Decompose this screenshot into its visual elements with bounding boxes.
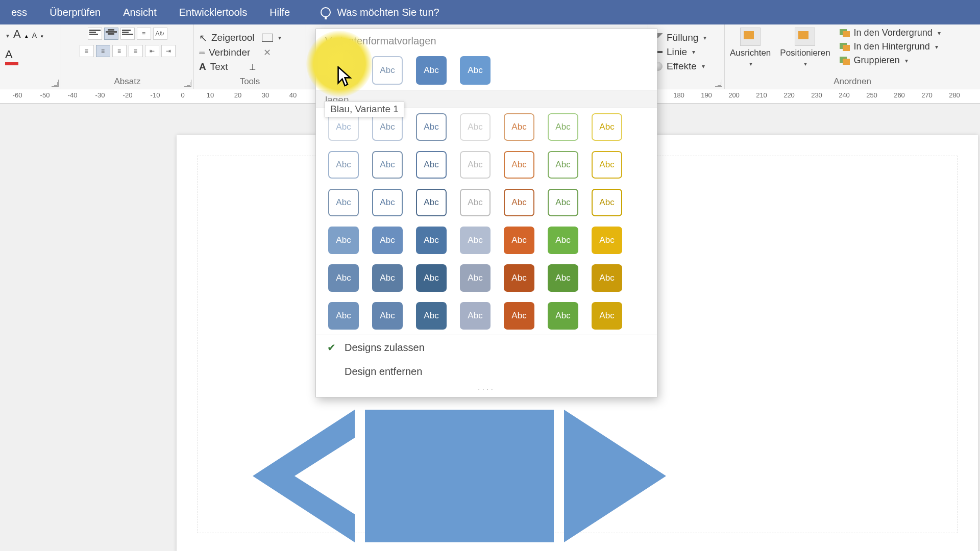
style-swatch[interactable] xyxy=(328,56,359,85)
style-swatch[interactable]: Abc xyxy=(328,302,359,330)
align-center-button[interactable]: ≡ xyxy=(96,45,110,57)
style-swatch[interactable]: Abc xyxy=(416,189,447,216)
dialog-launcher-icon[interactable] xyxy=(184,80,191,87)
canvas-shapes[interactable] xyxy=(253,410,666,542)
resize-grip-icon[interactable]: ···· xyxy=(316,384,657,397)
style-swatch[interactable]: Abc xyxy=(592,189,622,216)
tell-me-search[interactable]: Was möchten Sie tun? xyxy=(321,7,439,18)
bring-front-button[interactable]: In den Vordergrund▾ xyxy=(840,28,941,38)
style-swatch[interactable]: Abc xyxy=(548,302,578,330)
style-swatch[interactable]: Abc xyxy=(504,113,534,141)
style-swatch[interactable]: Abc xyxy=(592,113,622,141)
menu-item[interactable]: ess xyxy=(0,0,38,24)
style-swatch[interactable]: Abc xyxy=(460,56,491,85)
style-swatch[interactable]: Abc xyxy=(328,151,359,179)
style-swatch[interactable]: Abc xyxy=(372,227,403,254)
style-swatch[interactable]: Abc xyxy=(328,264,359,292)
style-swatch[interactable]: Abc xyxy=(372,189,403,216)
ruler-tick-label: 220 xyxy=(783,91,795,99)
align-right-button[interactable]: ≡ xyxy=(112,45,127,57)
style-swatch[interactable]: Abc xyxy=(548,264,578,292)
align-middle-button[interactable] xyxy=(104,28,118,40)
align-left-button[interactable]: ≡ xyxy=(80,45,94,57)
style-swatch[interactable]: Abc xyxy=(416,227,447,254)
style-swatch[interactable]: Abc xyxy=(460,227,491,254)
align-top-button[interactable] xyxy=(88,28,102,40)
group-label-paragraph: Absatz xyxy=(66,77,188,88)
style-swatch[interactable]: Abc xyxy=(548,151,578,179)
dialog-launcher-icon[interactable] xyxy=(52,80,59,87)
menu-item[interactable]: Entwicklertools xyxy=(168,0,258,24)
shape-effects-button[interactable]: Effekte▾ xyxy=(653,61,706,72)
allow-designs-menuitem[interactable]: ✔ Designs zulassen xyxy=(316,335,657,360)
increase-indent-button[interactable]: ⇥ xyxy=(161,45,176,57)
pointer-tool-button[interactable]: ↖ Zeigertool ▾ xyxy=(199,32,281,44)
style-swatch[interactable]: Abc xyxy=(460,151,491,179)
style-swatch[interactable]: Abc xyxy=(504,302,534,330)
increase-font-icon[interactable]: A xyxy=(13,28,21,41)
arrow-left-shape[interactable] xyxy=(253,410,355,542)
menu-item[interactable]: Ansicht xyxy=(112,0,168,24)
style-swatch[interactable]: Abc xyxy=(328,189,359,216)
rotate-text-button[interactable]: A↻ xyxy=(153,28,167,40)
dialog-launcher-icon[interactable] xyxy=(715,80,722,87)
rectangle-shape[interactable] xyxy=(365,410,554,542)
send-back-button[interactable]: In den Hintergrund▾ xyxy=(840,41,941,52)
align-bottom-button[interactable] xyxy=(120,28,135,40)
style-swatch[interactable]: Abc xyxy=(372,151,403,179)
bullets-button[interactable]: ≡ xyxy=(137,28,151,40)
style-swatch[interactable]: Abc xyxy=(416,264,447,292)
style-swatch[interactable]: Abc xyxy=(460,302,491,330)
align-justify-button[interactable]: ≡ xyxy=(129,45,143,57)
style-swatch[interactable]: Abc xyxy=(328,227,359,254)
edit-points-icon[interactable]: ⟂ xyxy=(250,61,255,72)
ruler-tick-label: -30 xyxy=(95,91,105,99)
style-swatch[interactable]: Abc xyxy=(548,227,578,254)
remove-design-menuitem[interactable]: Design entfernen xyxy=(316,360,657,384)
style-swatch[interactable]: Abc xyxy=(372,264,403,292)
style-swatch[interactable]: Abc xyxy=(372,56,403,85)
style-swatch[interactable]: Abc xyxy=(372,113,403,141)
style-swatch[interactable]: Abc xyxy=(504,151,534,179)
text-tool-button[interactable]: A Text ⟂ xyxy=(199,61,281,72)
style-swatch[interactable]: Abc xyxy=(416,302,447,330)
shape-fill-button[interactable]: Füllung▾ xyxy=(653,32,706,43)
style-swatch[interactable]: Abc xyxy=(328,113,359,141)
decrease-font-icon[interactable]: A xyxy=(32,31,37,39)
style-swatch[interactable]: Abc xyxy=(592,264,622,292)
close-icon[interactable]: ✕ xyxy=(263,47,271,58)
menu-bar: ess Überprüfen Ansicht Entwicklertools H… xyxy=(0,0,980,24)
connector-tool-button[interactable]: ⎓ Verbinder ✕ xyxy=(199,47,281,58)
style-swatch[interactable]: Abc xyxy=(548,189,578,216)
ruler-tick-label: 280 xyxy=(949,91,960,99)
style-swatch[interactable]: Abc xyxy=(504,189,534,216)
style-swatch[interactable]: Abc xyxy=(416,151,447,179)
ruler-tick-label: 200 xyxy=(728,91,740,99)
menu-item[interactable]: Hilfe xyxy=(258,0,301,24)
decrease-indent-button[interactable]: ⇤ xyxy=(145,45,159,57)
style-swatch[interactable]: Abc xyxy=(460,264,491,292)
style-swatch[interactable]: Abc xyxy=(416,113,447,141)
style-swatch[interactable]: Abc xyxy=(592,302,622,330)
ruler-tick-label: 40 xyxy=(289,91,297,99)
font-dropdown-icon[interactable]: ▾ xyxy=(6,32,9,39)
group-button[interactable]: Gruppieren▾ xyxy=(840,55,941,66)
style-swatch[interactable]: Abc xyxy=(372,302,403,330)
menu-item[interactable]: Überprüfen xyxy=(38,0,112,24)
style-swatch[interactable]: Abc xyxy=(504,227,534,254)
ruler-tick-label: 30 xyxy=(262,91,269,99)
style-swatch[interactable]: Abc xyxy=(592,151,622,179)
style-swatch[interactable]: Abc xyxy=(504,264,534,292)
align-button[interactable]: Ausrichten ▾ xyxy=(730,28,771,67)
shape-line-button[interactable]: Linie▾ xyxy=(653,46,706,58)
position-button[interactable]: Positionieren ▾ xyxy=(780,28,830,67)
style-swatch[interactable]: Abc xyxy=(416,56,447,85)
style-swatch[interactable]: Abc xyxy=(460,113,491,141)
shape-dropdown-icon[interactable] xyxy=(262,34,273,42)
style-swatch[interactable]: Abc xyxy=(592,227,622,254)
style-swatch[interactable]: Abc xyxy=(548,113,578,141)
style-swatch[interactable]: Abc xyxy=(460,189,491,216)
arrow-right-shape[interactable] xyxy=(564,410,666,542)
font-color-button[interactable]: A xyxy=(5,48,18,65)
ruler-tick-label: 240 xyxy=(839,91,850,99)
